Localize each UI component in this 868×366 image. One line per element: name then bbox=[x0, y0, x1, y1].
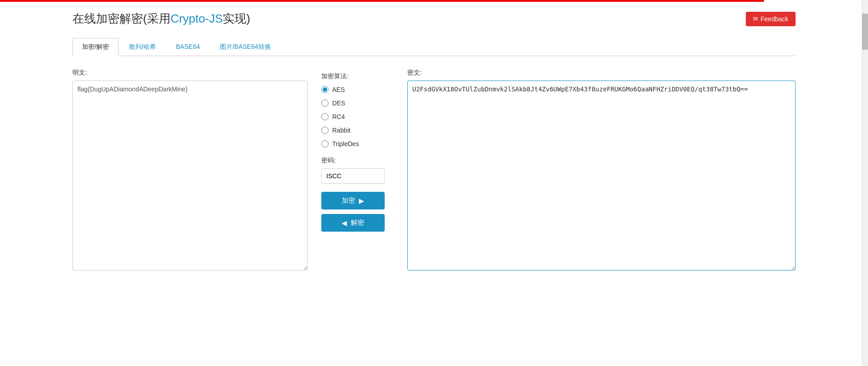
scrollbar-thumb[interactable] bbox=[862, 14, 868, 50]
arrow-left-icon: ◀ bbox=[342, 219, 347, 227]
password-label: 密码: bbox=[321, 157, 336, 165]
tab-base64[interactable]: BASE64 bbox=[167, 38, 210, 56]
page-header: 在线加密解密(采用Crypto-JS实现) ✉ Feedback bbox=[72, 11, 796, 27]
tab-img-base64[interactable]: 图片/BASE64转换 bbox=[210, 38, 281, 56]
ciphertext-output[interactable]: U2FsdGVkX18OvTUlZubDnmvk2lSAkb8Jt4Zv6UWp… bbox=[407, 81, 796, 271]
envelope-icon: ✉ bbox=[753, 15, 758, 22]
radio-rc4[interactable]: RC4 bbox=[321, 113, 359, 120]
page-title: 在线加密解密(采用Crypto-JS实现) bbox=[72, 11, 250, 27]
ciphertext-section: 密文: U2FsdGVkX18OvTUlZubDnmvk2lSAkb8Jt4Zv… bbox=[407, 69, 796, 272]
decrypt-button[interactable]: ◀ 解密 bbox=[321, 214, 385, 232]
encrypt-button[interactable]: 加密 ▶ bbox=[321, 192, 385, 209]
arrow-right-icon: ▶ bbox=[359, 197, 364, 205]
main-content: 明文: flag{DugUpADiamondADeepDarkMine} 加密算… bbox=[72, 69, 796, 272]
algorithm-label: 加密算法: bbox=[321, 72, 348, 81]
feedback-button[interactable]: ✉ Feedback bbox=[746, 12, 796, 26]
algorithm-radio-group: AES DES RC4 Rabbit TripleDes bbox=[321, 86, 359, 147]
radio-triple-des[interactable]: TripleDes bbox=[321, 140, 359, 147]
radio-rabbit[interactable]: Rabbit bbox=[321, 127, 359, 134]
tab-bar: 加密/解密 散列/哈希 BASE64 图片/BASE64转换 bbox=[72, 38, 796, 56]
action-buttons: 加密 ▶ ◀ 解密 bbox=[321, 192, 385, 232]
algorithm-section: 加密算法: AES DES RC4 Rabbit bbox=[308, 69, 407, 272]
plaintext-label: 明文: bbox=[72, 69, 308, 77]
plaintext-input[interactable]: flag{DugUpADiamondADeepDarkMine} bbox=[72, 81, 308, 271]
page-scrollbar[interactable] bbox=[862, 0, 868, 281]
tab-hash[interactable]: 散列/哈希 bbox=[119, 38, 166, 56]
plaintext-section: 明文: flag{DugUpADiamondADeepDarkMine} bbox=[72, 69, 308, 272]
password-input[interactable] bbox=[321, 168, 385, 184]
radio-des[interactable]: DES bbox=[321, 100, 359, 107]
tab-encrypt-decrypt[interactable]: 加密/解密 bbox=[72, 38, 119, 56]
radio-aes[interactable]: AES bbox=[321, 86, 359, 93]
ciphertext-label: 密文: bbox=[407, 69, 796, 77]
